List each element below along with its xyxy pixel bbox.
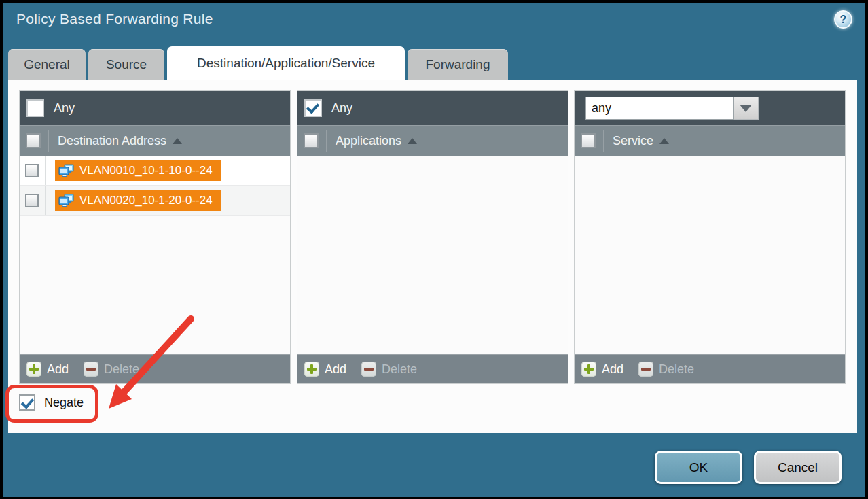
help-glyph: ? [840, 14, 847, 26]
add-button[interactable]: Add [581, 362, 623, 377]
destination-any-checkbox[interactable] [26, 99, 44, 117]
applications-any-checkbox[interactable] [304, 99, 322, 117]
plus-icon [581, 362, 596, 377]
applications-header-label: Applications [336, 134, 401, 148]
row-checkbox-cell [20, 156, 46, 185]
list-item[interactable]: VLAN0020_10-1-20-0--24 [20, 186, 290, 216]
help-icon[interactable]: ? [834, 10, 852, 29]
negate-checkbox[interactable] [19, 394, 35, 411]
chevron-down-icon [740, 105, 752, 112]
service-select-input[interactable] [585, 97, 734, 120]
destination-list: VLAN0010_10-1-10-0--24 [20, 156, 290, 354]
row-checkbox[interactable] [25, 194, 39, 207]
destination-toolbar: Add Delete [20, 354, 290, 383]
service-column-header[interactable]: Service [575, 125, 845, 156]
network-address-icon [58, 194, 75, 207]
service-select-all-checkbox[interactable] [581, 133, 596, 148]
network-address-icon [58, 164, 75, 177]
negate-row: Negate [19, 394, 84, 411]
sort-ascending-icon [173, 138, 182, 144]
sort-ascending-icon [659, 138, 669, 144]
plus-icon [304, 362, 319, 377]
add-button[interactable]: Add [26, 362, 69, 377]
header-divider [326, 130, 327, 152]
sort-ascending-icon [408, 138, 417, 144]
applications-list [297, 156, 568, 354]
address-object-chip[interactable]: VLAN0020_10-1-20-0--24 [55, 190, 221, 211]
service-list [575, 156, 845, 354]
service-panel: Service Add Delete [574, 90, 846, 384]
dialog-title: Policy Based Forwarding Rule [16, 11, 213, 27]
applications-panel: Any Applications Add Delete [297, 90, 568, 384]
minus-icon [84, 362, 98, 377]
applications-column-header[interactable]: Applications [297, 125, 568, 156]
tab-destination-application-service[interactable]: Destination/Application/Service [167, 46, 405, 80]
destination-address-panel: Any Destination Address [19, 90, 291, 384]
minus-icon [361, 362, 376, 377]
tab-source[interactable]: Source [88, 49, 164, 80]
tab-general[interactable]: General [8, 49, 86, 80]
negate-label: Negate [44, 396, 84, 410]
ok-button[interactable]: OK [655, 451, 742, 484]
address-object-label: VLAN0010_10-1-10-0--24 [79, 164, 213, 177]
tab-content-panel: Any Destination Address [8, 80, 857, 433]
header-divider [603, 130, 604, 152]
delete-button[interactable]: Delete [638, 362, 694, 377]
applications-any-bar: Any [297, 91, 568, 125]
plus-icon [26, 362, 41, 377]
service-header-label: Service [613, 134, 653, 148]
destination-any-bar: Any [20, 91, 290, 125]
address-object-label: VLAN0020_10-1-20-0--24 [79, 194, 213, 207]
tab-bar: General Source Destination/Application/S… [8, 46, 511, 80]
minus-icon [638, 362, 653, 377]
destination-header-label: Destination Address [58, 134, 166, 148]
delete-button[interactable]: Delete [84, 362, 139, 377]
service-toolbar: Add Delete [575, 354, 845, 383]
destination-column-header[interactable]: Destination Address [20, 125, 290, 156]
cancel-button[interactable]: Cancel [754, 451, 842, 484]
service-dropdown-button[interactable] [734, 97, 759, 120]
list-item[interactable]: VLAN0010_10-1-10-0--24 [20, 156, 290, 186]
service-select-bar [575, 91, 845, 125]
row-checkbox-cell [20, 186, 46, 215]
tab-forwarding[interactable]: Forwarding [408, 49, 508, 80]
add-button[interactable]: Add [304, 362, 346, 377]
header-divider [48, 130, 49, 152]
address-object-chip[interactable]: VLAN0010_10-1-10-0--24 [55, 160, 221, 181]
applications-any-label: Any [331, 101, 352, 116]
delete-button[interactable]: Delete [361, 362, 417, 377]
applications-select-all-checkbox[interactable] [304, 133, 319, 148]
destination-any-label: Any [54, 101, 75, 116]
applications-toolbar: Add Delete [297, 354, 568, 383]
destination-select-all-checkbox[interactable] [26, 133, 41, 148]
pbf-rule-dialog: Policy Based Forwarding Rule ? General S… [0, 0, 868, 499]
row-checkbox[interactable] [25, 164, 39, 177]
